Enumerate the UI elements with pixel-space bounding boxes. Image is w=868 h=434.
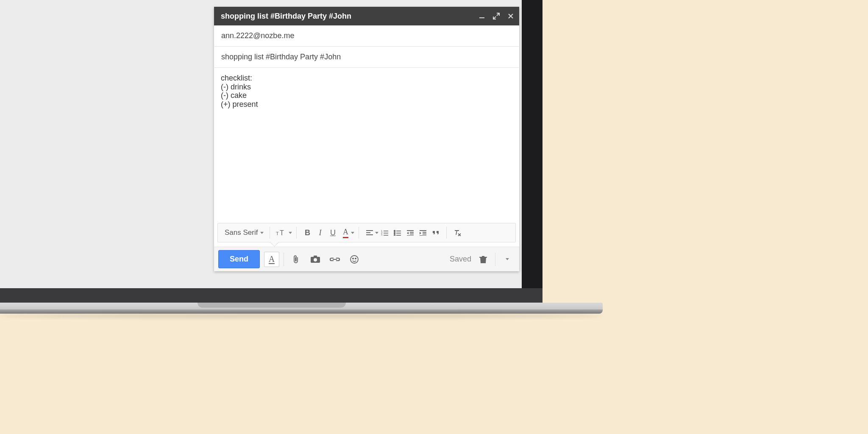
- font-size-button[interactable]: TT: [274, 226, 288, 239]
- body-line: (+) present: [221, 100, 512, 109]
- quote-button[interactable]: [429, 226, 442, 239]
- insert-photo-button[interactable]: [308, 252, 323, 267]
- font-family-select[interactable]: Sans Serif: [223, 228, 265, 237]
- align-button[interactable]: [363, 226, 376, 239]
- insert-emoji-button[interactable]: [347, 252, 362, 267]
- body-line: checklist:: [221, 74, 512, 83]
- separator: [296, 227, 297, 239]
- chevron-down-icon: [375, 232, 378, 234]
- minimize-icon[interactable]: [479, 13, 485, 19]
- remove-formatting-button[interactable]: [451, 226, 464, 239]
- discard-draft-button[interactable]: [476, 252, 491, 267]
- text-color-button[interactable]: A: [339, 226, 352, 239]
- bold-button[interactable]: B: [301, 226, 314, 239]
- laptop-base-edge: [0, 309, 603, 314]
- separator: [495, 253, 495, 266]
- insert-link-button[interactable]: [327, 252, 342, 267]
- window-controls: [479, 13, 514, 19]
- italic-button[interactable]: I: [314, 226, 326, 239]
- font-family-label: Sans Serif: [225, 228, 258, 237]
- saved-status: Saved: [450, 255, 471, 264]
- to-input[interactable]: [221, 31, 512, 40]
- svg-rect-10: [314, 256, 317, 258]
- indent-more-button[interactable]: [417, 226, 429, 239]
- formatting-toggle-button[interactable]: A: [264, 252, 279, 267]
- underline-button[interactable]: U: [326, 226, 339, 239]
- formatting-toolbar: Sans Serif TT B I U A: [217, 223, 516, 242]
- svg-point-7: [394, 233, 395, 234]
- laptop-shadow: [0, 314, 603, 318]
- chevron-down-icon: [506, 258, 509, 260]
- svg-text:T: T: [280, 229, 284, 236]
- compose-title: shopping list #Birthday Party #John: [221, 12, 479, 21]
- separator: [359, 227, 359, 239]
- chevron-down-icon: [351, 232, 354, 234]
- compose-header: shopping list #Birthday Party #John: [214, 7, 519, 25]
- expand-icon[interactable]: [493, 13, 500, 19]
- indent-less-button[interactable]: [404, 226, 417, 239]
- body-line: (-) cake: [221, 91, 512, 100]
- laptop-trackpad-notch: [198, 303, 346, 308]
- svg-point-13: [353, 258, 353, 259]
- svg-rect-0: [479, 17, 484, 18]
- separator: [446, 227, 447, 239]
- svg-text:T: T: [276, 231, 279, 236]
- separator: [270, 227, 270, 239]
- subject-field-row[interactable]: [214, 47, 519, 68]
- compose-window: shopping list #Birthday Party #John chec…: [214, 7, 519, 271]
- svg-text:3: 3: [381, 234, 383, 236]
- svg-point-14: [355, 258, 356, 259]
- subject-input[interactable]: [221, 53, 512, 61]
- more-options-button[interactable]: [500, 252, 515, 267]
- numbered-list-button[interactable]: 123: [378, 226, 391, 239]
- bottom-toolbar: Send A Saved: [214, 247, 519, 271]
- attach-file-button[interactable]: [288, 252, 303, 267]
- chevron-down-icon: [289, 232, 292, 234]
- separator: [284, 253, 284, 266]
- bullet-list-button[interactable]: [391, 226, 404, 239]
- svg-point-11: [314, 258, 317, 262]
- to-field-row[interactable]: [214, 25, 519, 47]
- body-line: (-) drinks: [221, 83, 512, 92]
- laptop-bezel-right: [522, 0, 542, 288]
- chevron-down-icon: [260, 232, 264, 234]
- laptop-bezel-bottom: [0, 288, 542, 303]
- svg-point-8: [394, 235, 395, 236]
- compose-body[interactable]: checklist: (-) drinks (-) cake (+) prese…: [214, 68, 519, 220]
- send-button[interactable]: Send: [218, 250, 260, 268]
- svg-point-6: [394, 231, 395, 232]
- close-icon[interactable]: [507, 13, 514, 19]
- svg-point-12: [351, 256, 358, 263]
